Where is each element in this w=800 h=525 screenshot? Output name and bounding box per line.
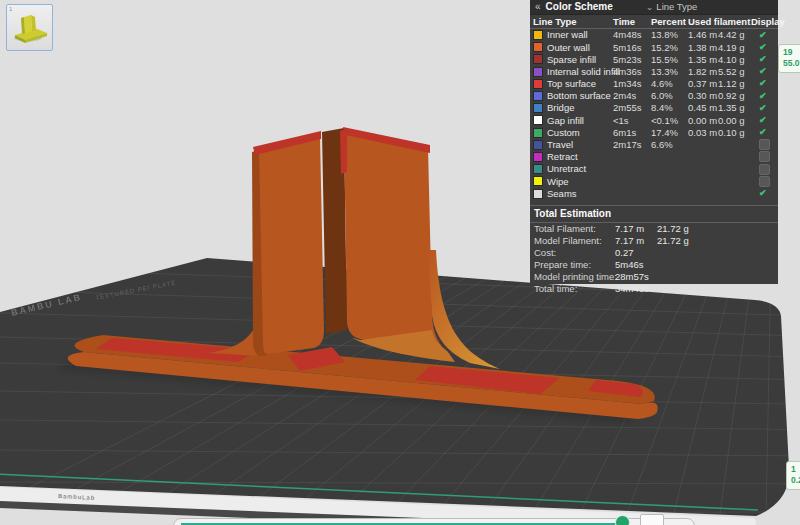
line-type-swatch: [533, 152, 543, 162]
view-mode-dropdown[interactable]: ⌄ Line Type: [646, 2, 698, 12]
row-percent: 17.4%: [651, 128, 688, 138]
col-display: Display: [751, 17, 781, 27]
display-checkbox[interactable]: ✔: [759, 189, 781, 198]
total-estimation-title: Total Estimation: [530, 205, 778, 223]
line-type-label: Custom: [547, 128, 613, 138]
line-type-table-header: Line Type Time Percent Used filament Dis…: [530, 15, 778, 29]
row-filament-length: 0.30 m: [688, 91, 718, 101]
row-time: 5m23s: [613, 55, 651, 65]
plate-number: 1: [9, 6, 12, 12]
row-filament-weight: 1.12 g: [718, 79, 751, 89]
row-filament-weight: 4.19 g: [718, 43, 751, 53]
line-type-label: Outer wall: [547, 43, 613, 53]
line-type-row: Bottom surface2m4s6.0%0.30 m0.92 g✔: [530, 90, 778, 102]
row-filament-weight: 1.35 g: [718, 103, 751, 113]
line-type-row: Top surface1m34s4.6%0.37 m1.12 g✔: [530, 78, 778, 90]
line-type-row: Gap infill<1s<0.1%0.00 m0.00 g✔: [530, 114, 778, 126]
display-checkbox[interactable]: ✔: [759, 31, 781, 40]
panel-title: Color Scheme: [546, 2, 613, 12]
row-filament-weight: 0.00 g: [718, 116, 751, 126]
estimation-row: Model Filament:7.17 m21.72 g: [530, 236, 778, 247]
row-percent: <0.1%: [651, 116, 688, 126]
estimation-value: 7.17 m: [615, 236, 657, 246]
plate-thumbnail[interactable]: 1: [6, 4, 53, 51]
column-inner-rim: [340, 129, 347, 174]
estimation-row: Cost:0.27: [530, 248, 778, 259]
display-checkbox[interactable]: [759, 164, 770, 175]
row-filament-length: 1.82 m: [688, 67, 718, 77]
col-line-type: Line Type: [533, 17, 613, 27]
line-type-label: Travel: [547, 140, 613, 150]
line-type-label: Seams: [547, 189, 613, 199]
estimation-label: Model Filament:: [534, 236, 615, 246]
estimation-row: Total Filament:7.17 m21.72 g: [530, 224, 778, 235]
estimation-value-2: 21.72 g: [657, 236, 778, 246]
row-percent: 6.0%: [651, 91, 688, 101]
step-slider-value: [640, 514, 664, 525]
row-time: 2m4s: [613, 91, 651, 101]
line-type-row: Unretract: [530, 163, 778, 175]
collapse-panel-icon[interactable]: «: [535, 2, 541, 12]
estimation-value: 34m43s: [615, 284, 657, 294]
display-checkbox[interactable]: [759, 176, 770, 187]
col-used-filament: Used filament: [688, 17, 751, 27]
row-filament-weight: 0.10 g: [718, 128, 751, 138]
line-type-row: Wipe: [530, 175, 778, 187]
total-estimation-table: Total Filament:7.17 m21.72 gModel Filame…: [530, 224, 778, 295]
estimation-label: Total Filament:: [534, 224, 615, 234]
layer-tooltip-top-height: 55.0: [783, 58, 800, 69]
estimation-value: 7.17 m: [615, 224, 657, 234]
row-filament-length: 1.35 m: [688, 55, 718, 65]
row-time: 4m36s: [613, 67, 651, 77]
line-type-swatch: [533, 176, 543, 186]
line-type-row: Seams✔: [530, 187, 778, 199]
plate-thumbnail-model: [7, 5, 50, 48]
line-type-label: Inner wall: [547, 30, 613, 40]
display-checkbox[interactable]: ✔: [759, 104, 781, 113]
line-type-swatch: [533, 42, 543, 52]
display-checkbox[interactable]: [759, 151, 770, 162]
line-type-row: Sparse infill5m23s15.5%1.35 m4.10 g✔: [530, 53, 778, 65]
estimation-label: Total time:: [534, 284, 615, 294]
display-checkbox[interactable]: ✔: [759, 92, 781, 101]
step-slider-handle[interactable]: [615, 515, 630, 525]
line-type-label: Bottom surface: [547, 91, 613, 101]
line-type-row: Custom6m1s17.4%0.03 m0.10 g✔: [530, 127, 778, 139]
display-checkbox[interactable]: ✔: [759, 116, 781, 125]
estimation-row: Model printing time:28m57s: [530, 272, 778, 283]
line-type-swatch: [533, 54, 543, 64]
line-type-row: Retract: [530, 151, 778, 163]
row-time: 5m16s: [613, 43, 651, 53]
estimation-value: 0.27: [615, 248, 657, 258]
line-type-label: Sparse infill: [547, 55, 613, 65]
line-type-swatch: [533, 91, 543, 101]
estimation-value: 28m57s: [615, 272, 657, 282]
line-type-table: Inner wall4m48s13.8%1.46 m4.42 g✔Outer w…: [530, 29, 778, 200]
chevron-down-icon: ⌄: [646, 3, 654, 12]
line-type-label: Unretract: [547, 164, 613, 174]
line-type-label: Gap infill: [547, 116, 613, 126]
line-type-label: Internal solid infill: [547, 67, 613, 77]
col-time: Time: [613, 17, 651, 27]
line-type-label: Top surface: [547, 79, 613, 89]
display-checkbox[interactable]: ✔: [759, 79, 781, 88]
estimation-value-2: 21.72 g: [657, 224, 778, 234]
row-filament-weight: 5.52 g: [718, 67, 751, 77]
layer-tooltip-bottom: 1 0.2: [786, 461, 800, 490]
line-type-swatch: [533, 30, 543, 40]
row-percent: 15.2%: [651, 43, 688, 53]
row-percent: 13.8%: [651, 30, 688, 40]
row-percent: 4.6%: [651, 79, 688, 89]
display-checkbox[interactable]: ✔: [759, 128, 781, 137]
line-type-label: Bridge: [547, 103, 613, 113]
row-time: 6m1s: [613, 128, 651, 138]
line-type-swatch: [533, 128, 543, 138]
line-type-swatch: [533, 67, 543, 77]
row-percent: 8.4%: [651, 103, 688, 113]
row-time: <1s: [613, 116, 651, 126]
line-type-row: Inner wall4m48s13.8%1.46 m4.42 g✔: [530, 29, 778, 41]
row-time: 4m48s: [613, 30, 651, 40]
row-filament-weight: 4.10 g: [718, 55, 751, 65]
row-time: 2m55s: [613, 103, 651, 113]
display-checkbox[interactable]: [759, 139, 770, 150]
